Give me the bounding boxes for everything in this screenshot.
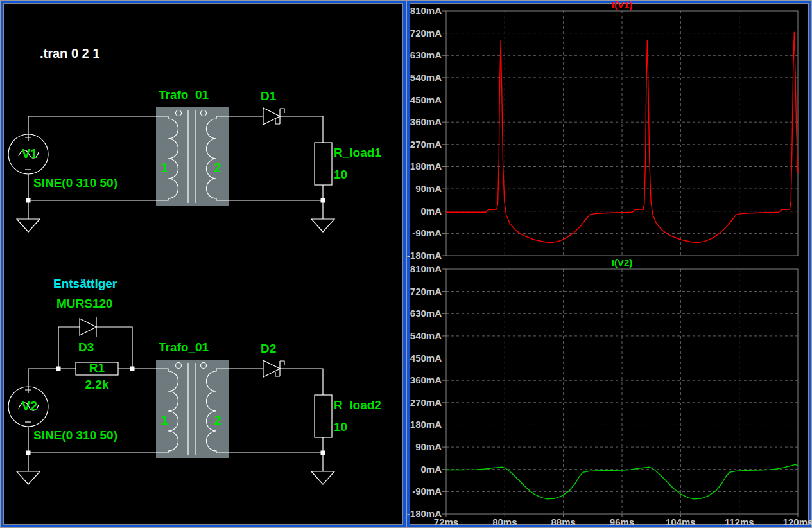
junction-dot — [56, 367, 61, 371]
junction-dot — [26, 198, 31, 203]
y-tick-label: 270mA — [410, 397, 442, 408]
annotation-label: Entsättiger — [53, 277, 117, 290]
waveform-window[interactable]: 810mA720mA630mA540mA450mA360mA270mA180mA… — [406, 0, 812, 528]
y-tick-label: 0mA — [420, 464, 442, 475]
v2-sine-label: SINE(0 310 50) — [33, 429, 117, 442]
transformer1-body — [156, 107, 229, 206]
rload2-value-label: 10 — [334, 421, 347, 434]
x-tick-label: 96ms — [610, 516, 634, 527]
x-tick-label: 120ms — [783, 516, 812, 527]
wire — [280, 369, 323, 395]
diode-d2 — [263, 360, 280, 377]
x-tick-label: 88ms — [551, 516, 575, 527]
diode-d1 — [263, 108, 280, 125]
y-tick-label: 540mA — [410, 72, 442, 83]
x-tick-label: 104ms — [666, 516, 696, 527]
y-tick-label: 180mA — [410, 161, 442, 172]
murs120-label: MURS120 — [56, 297, 113, 310]
wire — [229, 437, 323, 471]
v2-label: V2 — [17, 400, 42, 412]
junction-dot — [321, 451, 325, 455]
y-tick-label: 720mA — [410, 28, 442, 39]
y-tick-label: 720mA — [410, 286, 442, 297]
trace-title-I(V1)[interactable]: I(V1) — [612, 0, 633, 10]
winding1-secondary-label: 2 — [211, 161, 225, 174]
r1-value-label: 2.2k — [76, 378, 118, 391]
y-tick-label: -90mA — [412, 227, 442, 238]
y-tick-label: 630mA — [410, 308, 442, 319]
transformer1-label: Trafo_01 — [159, 89, 209, 101]
y-tick-label: 90mA — [415, 441, 442, 452]
y-tick-label: 810mA — [410, 5, 442, 16]
d3-label: D3 — [78, 341, 94, 354]
v1-label: V1 — [17, 147, 42, 160]
d2-label: D2 — [261, 342, 276, 355]
resistor-rload2 — [315, 395, 332, 437]
y-tick-label: 540mA — [410, 330, 442, 341]
r1-name-label: R1 — [76, 362, 118, 374]
y-tick-label: 360mA — [410, 374, 442, 385]
x-tick-label: 112ms — [725, 516, 754, 527]
plus-sign — [25, 387, 31, 393]
spice-directive: .tran 0 2 1 — [40, 47, 99, 60]
junction-dot — [26, 451, 31, 455]
x-tick-label: 72ms — [434, 516, 458, 527]
y-tick-label: 180mA — [410, 419, 442, 430]
y-tick-label: 360mA — [410, 116, 442, 127]
ground-symbol — [17, 471, 40, 484]
wire — [229, 185, 323, 219]
winding2-primary-label: 1 — [157, 414, 171, 427]
transformer2-body — [156, 360, 229, 458]
y-tick-label: 90mA — [415, 183, 442, 194]
waveform-canvas[interactable]: 810mA720mA630mA540mA450mA360mA270mA180mA… — [406, 0, 812, 528]
junction-dot — [130, 367, 135, 371]
y-tick-label: 0mA — [420, 206, 442, 216]
winding1-primary-label: 1 — [157, 161, 171, 174]
y-tick-label: 270mA — [410, 139, 442, 150]
rload1-value-label: 10 — [334, 168, 347, 181]
wire — [28, 116, 156, 134]
winding2-secondary-label: 2 — [211, 414, 225, 427]
trace-title-I(V2)[interactable]: I(V2) — [612, 257, 633, 268]
y-tick-label: -90mA — [412, 486, 442, 497]
ground-symbol — [311, 219, 334, 232]
y-tick-label: -180mA — [407, 250, 442, 261]
schematic-canvas[interactable] — [0, 0, 406, 528]
diode-d3 — [80, 319, 96, 335]
ground-symbol — [311, 471, 334, 484]
y-tick-label: 450mA — [410, 353, 442, 364]
y-tick-label: 630mA — [410, 49, 442, 60]
rload1-name-label: R_load1 — [334, 146, 381, 159]
rload2-name-label: R_load2 — [334, 399, 381, 412]
v1-sine-label: SINE(0 310 50) — [33, 177, 117, 189]
resistor-rload1 — [315, 143, 332, 185]
y-tick-label: 810mA — [410, 263, 442, 274]
d1-label: D1 — [261, 90, 276, 103]
y-tick-label: 450mA — [410, 94, 442, 105]
junction-dot — [321, 198, 325, 203]
wire — [280, 116, 323, 143]
ground-symbol — [17, 219, 40, 232]
x-tick-label: 80ms — [492, 516, 517, 527]
transformer2-label: Trafo_01 — [159, 341, 209, 354]
schematic-window[interactable]: .tran 0 2 1 Trafo_01 D1 R_load1 10 V1 SI… — [0, 0, 406, 528]
plus-sign — [25, 134, 31, 141]
